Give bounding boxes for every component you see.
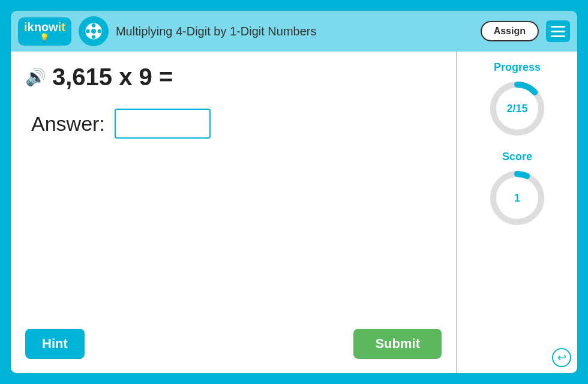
svg-point-4 bbox=[86, 29, 89, 33]
svg-point-5 bbox=[97, 29, 101, 33]
progress-ring: 2/15 bbox=[487, 79, 547, 139]
menu-line-1 bbox=[551, 26, 565, 28]
lesson-title: Multiplying 4-Digit by 1-Digit Numbers bbox=[116, 25, 473, 38]
answer-row: Answer: bbox=[31, 109, 442, 139]
sound-icon[interactable]: 🔊 bbox=[25, 67, 46, 87]
main-area: 🔊 3,615 x 9 = Answer: Hint Submit Progre… bbox=[11, 52, 577, 373]
assign-button[interactable]: Assign bbox=[481, 21, 539, 41]
answer-input[interactable] bbox=[115, 109, 211, 139]
app-frame: iknowit 💡 Multiplying 4-Digit by 1-Digit… bbox=[6, 6, 582, 378]
sidebar: Progress 2/15 Score 1 bbox=[457, 52, 577, 373]
bottom-bar: Hint Submit bbox=[25, 323, 442, 361]
progress-label: Progress bbox=[494, 61, 541, 74]
svg-point-1 bbox=[91, 29, 96, 34]
logo: iknowit 💡 bbox=[18, 17, 71, 46]
score-section: Score 1 bbox=[487, 151, 547, 228]
menu-line-2 bbox=[551, 31, 565, 32]
film-reel-svg bbox=[84, 22, 103, 41]
submit-button[interactable]: Submit bbox=[353, 329, 442, 359]
svg-point-3 bbox=[92, 35, 95, 38]
progress-section: Progress 2/15 bbox=[487, 61, 547, 139]
score-value: 1 bbox=[514, 192, 520, 205]
svg-point-2 bbox=[92, 23, 95, 27]
menu-button[interactable] bbox=[546, 20, 570, 42]
progress-value: 2/15 bbox=[506, 103, 527, 115]
header: iknowit 💡 Multiplying 4-Digit by 1-Digit… bbox=[11, 11, 577, 52]
back-icon[interactable]: ↩ bbox=[552, 348, 571, 367]
logo-text: iknowit bbox=[24, 21, 65, 33]
question-row: 🔊 3,615 x 9 = bbox=[25, 64, 442, 91]
hint-button[interactable]: Hint bbox=[25, 329, 85, 359]
content-panel: 🔊 3,615 x 9 = Answer: Hint Submit bbox=[11, 52, 457, 373]
score-label: Score bbox=[502, 151, 532, 163]
score-ring: 1 bbox=[487, 168, 547, 228]
question-area: 🔊 3,615 x 9 = Answer: bbox=[25, 64, 442, 323]
movie-icon bbox=[79, 16, 109, 46]
logo-bulb-icon: 💡 bbox=[24, 33, 65, 42]
answer-label: Answer: bbox=[31, 112, 105, 136]
menu-line-3 bbox=[551, 35, 565, 37]
question-text: 3,615 x 9 = bbox=[52, 64, 173, 91]
